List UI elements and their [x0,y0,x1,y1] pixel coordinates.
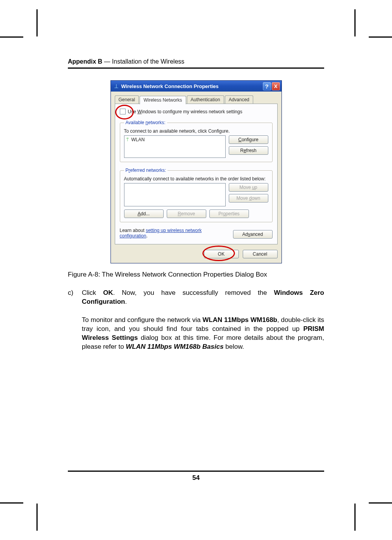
properties-button[interactable]: Properties [209,209,249,218]
configure-button[interactable]: Configure [229,135,268,144]
cancel-button[interactable]: Cancel [243,250,278,258]
appendix-label: Appendix B [68,58,102,65]
learn-about-text: Learn about setting up wireless network … [120,228,221,239]
preferred-networks-list[interactable] [124,183,226,206]
step-c: c) Click OK. Now, you have successfully … [68,289,324,306]
available-networks-list[interactable]: ⍑ WLAN [124,135,226,158]
move-down-button[interactable]: Move down [229,194,268,202]
add-button[interactable]: Add... [124,209,164,218]
dialog-title: Wireless Network Connection Properties [121,83,262,89]
page-number: 54 [68,474,324,482]
title-bar: ⊥ Wireless Network Connection Properties… [111,81,281,92]
network-name: WLAN [131,137,145,142]
tab-strip: General Wireless Networks Authentication… [115,95,278,104]
available-networks-legend: Available networks: [124,120,167,125]
ok-button[interactable]: OK [204,250,239,258]
tab-wireless-networks[interactable]: Wireless Networks [140,96,186,104]
figure-caption: Figure A-8: The Wireless Network Connect… [68,270,324,279]
preferred-instruction: Automatically connect to available netwo… [124,176,268,182]
refresh-button[interactable]: Refresh [229,146,268,155]
wireless-properties-dialog: ⊥ Wireless Network Connection Properties… [111,80,282,263]
preferred-networks-legend: Preferred networks: [124,168,168,173]
preferred-networks-group: Preferred networks: Automatically connec… [120,168,273,222]
paragraph-monitor: To monitor and configure the network via… [82,316,324,351]
advanced-button[interactable]: Advanced [233,230,273,239]
tab-authentication[interactable]: Authentication [187,95,224,104]
network-item-wlan[interactable]: ⍑ WLAN [126,137,224,142]
use-windows-label: Use Windows to configure my wireless net… [128,109,242,114]
step-marker: c) [68,289,76,306]
help-button[interactable]: ? [263,82,271,90]
remove-button[interactable]: Remove [167,209,206,218]
available-instruction: To connect to an available network, clic… [124,128,268,134]
use-windows-checkbox[interactable] [120,109,126,114]
close-button[interactable]: X [272,82,280,90]
page-header: Appendix B — Installation of the Wireles… [68,58,324,69]
antenna-icon: ⍑ [126,137,129,142]
page-footer: 54 [68,471,324,482]
header-rest: — Installation of the Wireless [102,58,185,65]
move-up-button[interactable]: Move up [229,183,268,192]
tab-panel: Use Windows to configure my wireless net… [115,104,278,244]
tab-advanced[interactable]: Advanced [225,95,253,104]
tab-general[interactable]: General [115,95,139,104]
wireless-icon: ⊥ [113,83,119,89]
available-networks-group: Available networks: To connect to an ava… [120,120,273,162]
step-text: Click OK. Now, you have successfully rem… [82,289,324,306]
